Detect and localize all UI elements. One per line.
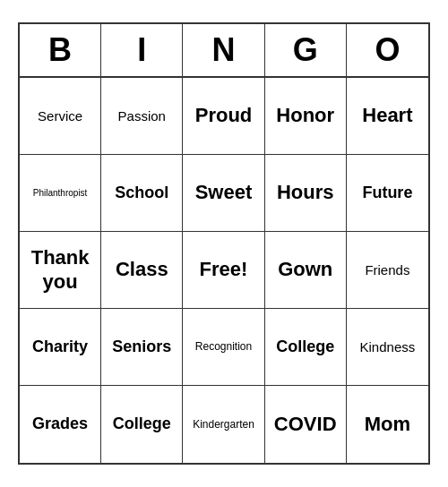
cell-text-13: Gown: [278, 258, 332, 281]
cell-text-2: Proud: [195, 104, 253, 127]
header-letter-O: O: [347, 24, 428, 76]
cell-text-8: Hours: [277, 181, 334, 204]
bingo-cell-7: Sweet: [183, 155, 264, 232]
cell-text-11: Class: [116, 258, 168, 281]
bingo-cell-1: Passion: [101, 78, 183, 155]
bingo-cell-22: Kindergarten: [183, 386, 264, 463]
cell-text-16: Seniors: [112, 337, 171, 357]
cell-text-23: COVID: [274, 413, 337, 436]
cell-text-12: Free!: [200, 258, 248, 281]
bingo-header: BINGO: [20, 24, 428, 78]
header-letter-N: N: [183, 24, 264, 76]
cell-text-0: Service: [38, 108, 82, 124]
bingo-card: BINGO ServicePassionProudHonorHeartPhila…: [18, 22, 430, 465]
bingo-cell-15: Charity: [20, 309, 101, 386]
bingo-cell-17: Recognition: [183, 309, 264, 386]
cell-text-6: School: [115, 184, 168, 203]
cell-text-15: Charity: [32, 337, 88, 357]
bingo-cell-10: Thank you: [20, 232, 101, 309]
bingo-cell-24: Mom: [347, 386, 428, 463]
header-letter-I: I: [101, 24, 183, 76]
bingo-cell-18: College: [265, 309, 347, 386]
bingo-cell-4: Heart: [347, 78, 428, 155]
cell-text-20: Grades: [32, 414, 88, 434]
bingo-cell-13: Gown: [265, 232, 347, 309]
cell-text-3: Honor: [276, 104, 334, 127]
cell-text-1: Passion: [118, 108, 166, 124]
bingo-grid: ServicePassionProudHonorHeartPhilanthrop…: [20, 78, 428, 463]
bingo-cell-11: Class: [101, 232, 183, 309]
bingo-cell-2: Proud: [183, 78, 264, 155]
bingo-cell-6: School: [101, 155, 183, 232]
bingo-cell-12: Free!: [183, 232, 264, 309]
cell-text-17: Recognition: [195, 340, 252, 353]
bingo-cell-9: Future: [347, 155, 428, 232]
bingo-cell-20: Grades: [20, 386, 101, 463]
bingo-cell-14: Friends: [347, 232, 428, 309]
bingo-cell-8: Hours: [265, 155, 347, 232]
cell-text-21: College: [113, 414, 171, 434]
bingo-cell-21: College: [101, 386, 183, 463]
cell-text-10: Thank you: [23, 246, 97, 294]
bingo-cell-5: Philanthropist: [20, 155, 101, 232]
bingo-cell-16: Seniors: [101, 309, 183, 386]
bingo-cell-19: Kindness: [347, 309, 428, 386]
cell-text-19: Kindness: [360, 339, 416, 355]
bingo-cell-3: Honor: [265, 78, 347, 155]
header-letter-G: G: [265, 24, 347, 76]
cell-text-14: Friends: [365, 262, 409, 278]
cell-text-24: Mom: [365, 413, 410, 436]
cell-text-4: Heart: [362, 104, 412, 127]
bingo-cell-0: Service: [20, 78, 101, 155]
cell-text-18: College: [276, 337, 334, 357]
header-letter-B: B: [20, 24, 101, 76]
bingo-cell-23: COVID: [265, 386, 347, 463]
cell-text-7: Sweet: [195, 181, 253, 204]
cell-text-5: Philanthropist: [33, 188, 88, 199]
cell-text-22: Kindergarten: [193, 418, 254, 431]
cell-text-9: Future: [362, 184, 412, 203]
